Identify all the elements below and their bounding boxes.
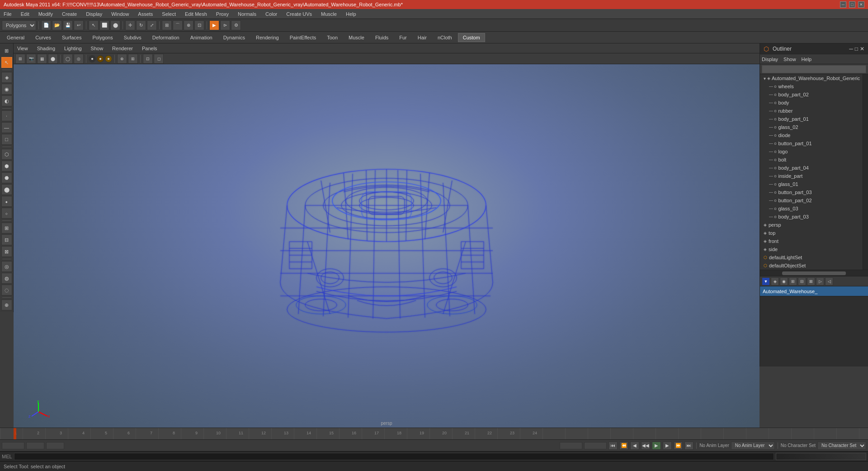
viewport-menu-lighting[interactable]: Lighting — [62, 45, 84, 52]
menu-assets[interactable]: Assets — [136, 10, 155, 18]
play-forward-button[interactable]: ▶ — [652, 442, 661, 450]
new-scene-button[interactable]: 📄 — [41, 20, 51, 30]
extract-button[interactable]: ⊠ — [1, 246, 12, 257]
viewport-menu-show[interactable]: Show — [89, 45, 105, 52]
outliner-menu-display[interactable]: Display — [762, 57, 778, 62]
timeline-ruler[interactable]: 1 2 3 4 5 6 7 8 9 10 11 12 13 14 15 16 1… — [0, 428, 868, 439]
outliner-item-body[interactable]: — o body — [760, 99, 863, 107]
render-settings-button[interactable]: ⚙ — [231, 20, 241, 30]
outliner-item-glass-02[interactable]: — o glass_02 — [760, 123, 863, 131]
insert-edge-button[interactable]: ⬥ — [1, 196, 12, 207]
vp-camera-btn[interactable]: 📷 — [26, 54, 36, 64]
cb-btn2[interactable]: ◈ — [771, 277, 779, 285]
cb-btn5[interactable]: ⊟ — [798, 277, 806, 285]
menu-color[interactable]: Color — [264, 10, 279, 18]
frame-min-input[interactable]: 1.00 — [26, 442, 44, 449]
rotate-tool-button[interactable]: ↻ — [136, 20, 146, 30]
close-button[interactable]: ✕ — [858, 1, 864, 8]
menu-help[interactable]: Help — [344, 10, 358, 18]
viewport-menu-view[interactable]: View — [15, 45, 30, 52]
snap-view-button[interactable]: ⊡ — [194, 20, 204, 30]
bridge-button[interactable]: ⬣ — [1, 172, 12, 183]
bevel-button[interactable]: ⬢ — [1, 161, 12, 171]
select-mode-button[interactable]: ↖ — [1, 57, 12, 68]
menu-create[interactable]: Create — [60, 10, 79, 18]
outliner-item-top[interactable]: ◈ top — [760, 229, 863, 237]
render-button[interactable]: ▶ — [209, 20, 219, 30]
vp-layout-btn[interactable]: ⊡ — [143, 54, 153, 64]
outliner-item-inside-part[interactable]: — o inside_part — [760, 172, 863, 180]
undo-button[interactable]: ↩ — [74, 20, 84, 30]
shelf-tab-fluids[interactable]: Fluids — [370, 33, 393, 42]
play-backward-button[interactable]: ◀◀ — [641, 442, 650, 450]
outliner-item-glass-01[interactable]: — o glass_01 — [760, 180, 863, 188]
outliner-item-front[interactable]: ◈ front — [760, 237, 863, 245]
save-button[interactable]: 💾 — [63, 20, 73, 30]
shelf-tab-hair[interactable]: Hair — [413, 33, 432, 42]
cb-btn3[interactable]: ◉ — [780, 277, 788, 285]
menu-edit[interactable]: Edit — [19, 10, 31, 18]
minimize-button[interactable]: ─ — [840, 1, 846, 8]
vp-smooth-btn[interactable]: ⬤ — [48, 54, 58, 64]
offset-edge-button[interactable]: ⬦ — [1, 208, 12, 219]
outliner-item-diode[interactable]: — o diode — [760, 131, 863, 139]
current-time-input[interactable]: 1.00 — [2, 442, 24, 449]
outliner-item-default-light-set[interactable]: ⬡ defaultLightSet — [760, 253, 863, 262]
outliner-item-wheels[interactable]: — o wheels — [760, 82, 863, 90]
next-key-button[interactable]: ⏩ — [674, 442, 683, 450]
shelf-tab-painteffects[interactable]: PaintEffects — [285, 33, 321, 42]
outliner-item-body-part-04[interactable]: — o body_part_04 — [760, 164, 863, 172]
skip-end-button[interactable]: ⏭ — [684, 442, 693, 450]
face-button[interactable]: □ — [1, 134, 12, 145]
outliner-item-rubber[interactable]: — o rubber — [760, 107, 863, 115]
shelf-tab-polygons[interactable]: Polygons — [87, 33, 118, 42]
outliner-item-button-part-02[interactable]: — o button_part_02 — [760, 196, 863, 205]
shelf-tab-animation[interactable]: Animation — [185, 33, 217, 42]
shelf-tab-deformation[interactable]: Deformation — [147, 33, 184, 42]
shelf-tab-rendering[interactable]: Rendering — [251, 33, 284, 42]
shelf-tab-surfaces[interactable]: Surfaces — [57, 33, 86, 42]
vp-x-ray-btn[interactable]: ◯ — [63, 54, 73, 64]
outliner-item-button-part-03[interactable]: — o button_part_03 — [760, 188, 863, 196]
menu-file[interactable]: File — [2, 10, 14, 18]
shelf-tab-curves[interactable]: Curves — [30, 33, 56, 42]
outliner-maximize[interactable]: □ — [855, 46, 858, 52]
edge-button[interactable]: — — [1, 122, 12, 133]
outliner-item-body-part-01[interactable]: — o body_part_01 — [760, 115, 863, 123]
shelf-tab-ncloth[interactable]: nCloth — [433, 33, 457, 42]
viewport-menu-shading[interactable]: Shading — [35, 45, 57, 52]
brush-button[interactable]: ◐ — [1, 95, 12, 106]
snap-grid-button[interactable]: ⊞ — [162, 20, 172, 30]
cb-btn8[interactable]: ◁ — [825, 277, 833, 285]
menu-proxy[interactable]: Proxy — [214, 10, 231, 18]
cb-btn1[interactable]: ▼ — [762, 277, 770, 285]
menu-normals[interactable]: Normals — [236, 10, 258, 18]
range-start[interactable]: 24.00 — [560, 442, 582, 449]
vp-home-btn[interactable]: ⊞ — [15, 54, 25, 64]
menu-select[interactable]: Select — [160, 10, 178, 18]
maximize-button[interactable]: □ — [849, 1, 855, 8]
vp-lights3-btn[interactable]: ● — [105, 55, 112, 62]
split-poly-button[interactable]: ⬤ — [1, 184, 12, 195]
menu-muscle[interactable]: Muscle — [319, 10, 339, 18]
skip-start-button[interactable]: ⏮ — [609, 442, 618, 450]
snap-curve-button[interactable]: ⌒ — [173, 20, 183, 30]
outliner-minimize[interactable]: ─ — [849, 46, 853, 52]
outliner-scrollbar[interactable] — [863, 74, 868, 270]
outliner-item-root[interactable]: ▾ ◈ Automated_Warehouse_Robot_Generic — [760, 74, 863, 82]
current-frame-input[interactable]: 24 — [46, 442, 64, 449]
vp-wire-btn[interactable]: ▦ — [37, 54, 47, 64]
menu-modify[interactable]: Modify — [37, 10, 55, 18]
mel-input[interactable] — [14, 453, 774, 460]
char-set-dropdown[interactable]: No Character Set — [817, 442, 866, 450]
axis-button[interactable]: ⊕ — [1, 300, 12, 310]
outliner-item-default-object-set[interactable]: ⬡ defaultObjectSet — [760, 262, 863, 270]
vertex-button[interactable]: · — [1, 110, 12, 121]
sculpt-button[interactable]: ◉ — [1, 84, 12, 95]
vp-single-btn[interactable]: ◻ — [154, 54, 164, 64]
shelf-tab-custom[interactable]: Custom — [458, 33, 485, 42]
move-tool-button[interactable]: ✛ — [125, 20, 135, 30]
smooth-button[interactable]: ◎ — [1, 261, 12, 272]
ipr-button[interactable]: ⊳ — [220, 20, 230, 30]
cleanup-button[interactable]: ◌ — [1, 285, 12, 295]
